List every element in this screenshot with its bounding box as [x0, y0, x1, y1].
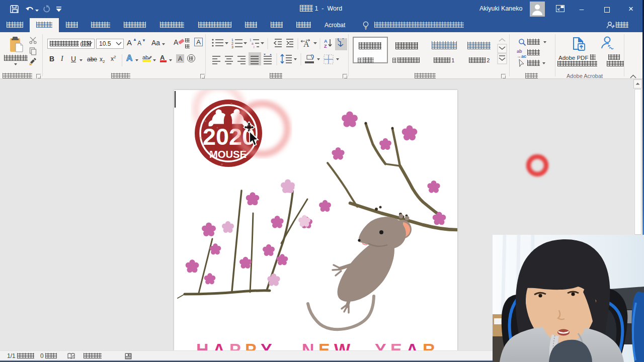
svg-text:1: 1: [231, 38, 233, 42]
svg-text:A: A: [324, 39, 328, 44]
svg-text:W: W: [334, 340, 351, 350]
svg-text:Y: Y: [375, 340, 386, 350]
svg-text:Y: Y: [261, 340, 272, 350]
svg-text:E: E: [390, 340, 402, 350]
svg-text:A: A: [213, 340, 225, 350]
svg-text:H: H: [196, 340, 209, 350]
svg-text:Z: Z: [324, 44, 327, 49]
svg-text:A: A: [406, 340, 419, 350]
svg-text:R: R: [423, 340, 435, 350]
svg-text:E: E: [318, 340, 330, 350]
svg-text:MOUSE: MOUSE: [209, 149, 247, 160]
svg-text:i: i: [254, 45, 254, 49]
svg-text:a: a: [252, 42, 254, 45]
svg-text:3: 3: [231, 45, 233, 49]
svg-text:2: 2: [231, 42, 233, 45]
svg-text:P: P: [245, 340, 257, 350]
svg-text:P: P: [229, 340, 241, 350]
svg-text:N: N: [302, 340, 314, 350]
svg-text:1: 1: [250, 38, 252, 42]
